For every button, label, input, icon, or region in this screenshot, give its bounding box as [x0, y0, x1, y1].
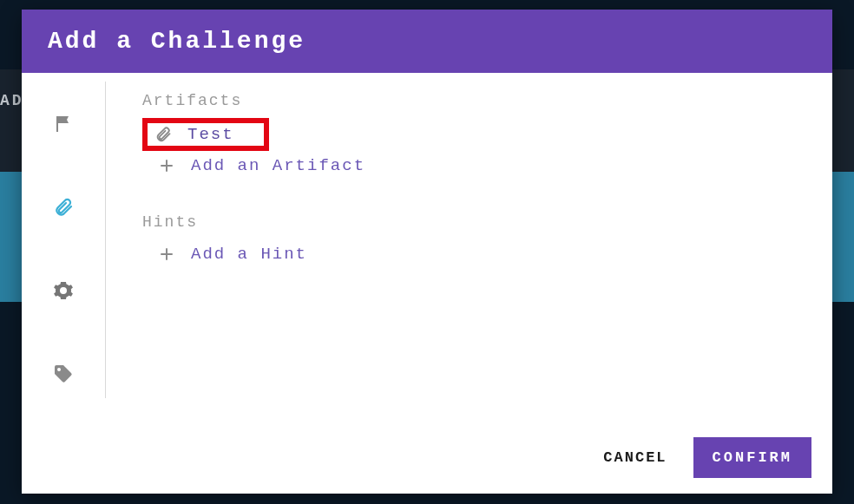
cancel-button[interactable]: CANCEL [598, 439, 672, 476]
artifacts-section: Artifacts Test Add an Artifact [142, 92, 796, 180]
tab-tag[interactable] [47, 359, 80, 392]
gear-icon [53, 280, 74, 305]
artifacts-label: Artifacts [142, 92, 796, 109]
attachment-icon [53, 197, 74, 222]
modal-title: Add a Challenge [22, 10, 832, 73]
tag-icon [53, 363, 74, 389]
background-text: AD [0, 92, 24, 109]
add-challenge-modal: Add a Challenge [22, 10, 832, 494]
artifact-item[interactable]: Test [142, 118, 269, 151]
artifact-name: Test [187, 125, 234, 144]
flag-icon [53, 114, 74, 139]
add-hint-button[interactable]: Add a Hint [148, 239, 796, 269]
confirm-button[interactable]: CONFIRM [693, 437, 811, 478]
add-artifact-button[interactable]: Add an Artifact [148, 151, 796, 180]
plus-icon [156, 246, 177, 262]
tab-attachment[interactable] [47, 193, 80, 226]
tab-settings[interactable] [47, 276, 80, 309]
hints-label: Hints [142, 213, 796, 231]
content-pane: Artifacts Test Add an Artifact Hints [106, 73, 832, 494]
plus-icon [156, 158, 177, 173]
side-tabs [22, 82, 106, 398]
hints-section: Hints Add a Hint [142, 213, 796, 269]
modal-footer: CANCEL CONFIRM [598, 437, 811, 478]
attachment-icon [153, 126, 174, 143]
add-artifact-label: Add an Artifact [191, 156, 365, 175]
tab-flag[interactable] [47, 109, 80, 142]
add-hint-label: Add a Hint [191, 245, 307, 264]
